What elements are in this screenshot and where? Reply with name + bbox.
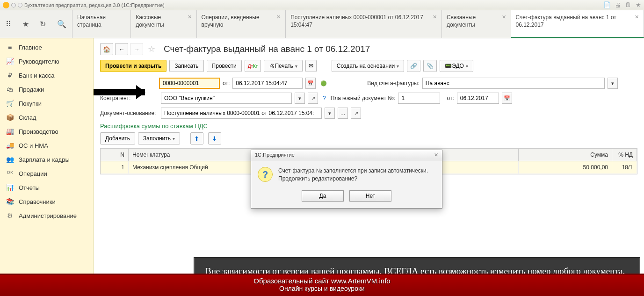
sidebar-icon: 🚚 bbox=[6, 142, 14, 149]
help-icon[interactable]: ? bbox=[323, 95, 326, 101]
post-button[interactable]: Провести bbox=[207, 60, 242, 72]
back-button[interactable]: ← bbox=[115, 43, 128, 55]
basis-dropdown[interactable]: ▾ bbox=[325, 108, 335, 119]
tab-close-icon[interactable]: ✕ bbox=[502, 14, 506, 20]
sidebar-icon: 📈 bbox=[6, 58, 14, 65]
minimize-button[interactable] bbox=[11, 3, 16, 7]
sidebar-item[interactable]: 🏭Производство bbox=[0, 124, 93, 138]
main-toolbar: Провести и закрыть Записать Провести ДтК… bbox=[100, 60, 637, 72]
sidebar-label: ОС и НМА bbox=[19, 142, 48, 149]
tb-icon-3[interactable]: 🗓 bbox=[625, 1, 631, 8]
dropdown-icon[interactable]: ▾ bbox=[608, 78, 618, 89]
basis-input[interactable] bbox=[161, 108, 322, 119]
payment-from-label: от: bbox=[447, 95, 454, 101]
payment-date-input[interactable] bbox=[457, 93, 499, 104]
search-icon[interactable]: 🔍 bbox=[57, 20, 66, 29]
invoice-type-select[interactable] bbox=[422, 78, 605, 89]
forward-button[interactable]: → bbox=[130, 43, 143, 55]
payment-calendar-icon[interactable]: 📅 bbox=[502, 93, 512, 104]
th-vat: % НД bbox=[612, 149, 637, 161]
sidebar-icon: 🛍 bbox=[6, 86, 14, 93]
dialog-close-icon[interactable]: ✕ bbox=[434, 152, 438, 158]
sidebar-icon: ᴰᴷ bbox=[6, 170, 14, 177]
sidebar-label: Руководителю bbox=[19, 58, 59, 65]
tab[interactable]: Кассовые документы✕ bbox=[131, 10, 196, 38]
counterparty-open[interactable]: ↗ bbox=[308, 93, 318, 104]
sidebar-item[interactable]: 🛒Покупки bbox=[0, 96, 93, 110]
th-sum: Сумма bbox=[519, 149, 612, 161]
post-close-button[interactable]: Провести и закрыть bbox=[100, 60, 166, 72]
sidebar: ≡Главное📈Руководителю₽Банк и касса🛍Прода… bbox=[0, 38, 94, 296]
counterparty-dropdown[interactable]: ▾ bbox=[295, 93, 305, 104]
sidebar-item[interactable]: ⚙Администрирование bbox=[0, 209, 93, 223]
favorite-icon[interactable]: ★ bbox=[636, 1, 641, 8]
mail-button[interactable]: ✉ bbox=[305, 60, 317, 72]
sidebar-label: Отчеты bbox=[19, 184, 40, 191]
save-button[interactable]: Записать bbox=[169, 60, 203, 72]
tab[interactable]: Начальная страница bbox=[72, 10, 131, 38]
attach-button[interactable]: 📎 bbox=[423, 60, 437, 72]
tab[interactable]: Связанные документы✕ bbox=[442, 10, 511, 38]
payment-doc-label: Платежный документ №: bbox=[331, 95, 396, 101]
sidebar-item[interactable]: 🚚ОС и НМА bbox=[0, 138, 93, 152]
app-title: Бухгалтерия предприятия, редакция 3.0 (1… bbox=[24, 2, 165, 8]
movements-button[interactable]: ДтКт bbox=[245, 60, 261, 72]
home-button[interactable]: 🏠 bbox=[100, 43, 113, 55]
sidebar-item[interactable]: ≡Главное bbox=[0, 40, 93, 54]
tab-close-icon[interactable]: ✕ bbox=[433, 14, 437, 20]
sidebar-item[interactable]: 📦Склад bbox=[0, 110, 93, 124]
basis-open[interactable]: ↗ bbox=[351, 108, 361, 119]
tb-icon-1[interactable]: 📄 bbox=[603, 1, 611, 8]
number-input[interactable] bbox=[159, 78, 220, 89]
sidebar-item[interactable]: 🛍Продажи bbox=[0, 82, 93, 96]
payment-doc-input[interactable] bbox=[398, 93, 440, 104]
sidebar-label: Склад bbox=[19, 114, 36, 121]
tb-icon-2[interactable]: 🖨 bbox=[615, 1, 621, 8]
tab-close-icon[interactable]: ✕ bbox=[276, 14, 281, 20]
edo-button[interactable]: 📟 ЭДО▾ bbox=[440, 60, 473, 72]
create-based-button[interactable]: Создать на основании▾ bbox=[332, 60, 405, 72]
tab-close-icon[interactable]: ✕ bbox=[188, 14, 192, 20]
footer-line1: Образовательный сайт www.ArtemVM.info bbox=[0, 277, 644, 285]
tabbar: ⠿ ★ ↻ 🔍 Начальная страницаКассовые докум… bbox=[0, 10, 644, 38]
star-icon[interactable]: ★ bbox=[22, 20, 29, 29]
sidebar-item[interactable]: ₽Банк и касса bbox=[0, 68, 93, 82]
add-button[interactable]: Добавить bbox=[100, 132, 135, 144]
move-up-button[interactable]: ⬆ bbox=[190, 132, 203, 144]
app-icon bbox=[3, 2, 9, 8]
sidebar-icon: 🛒 bbox=[6, 100, 14, 107]
sidebar-item[interactable]: ᴰᴷОперации bbox=[0, 166, 93, 180]
sidebar-item[interactable]: 👥Зарплата и кадры bbox=[0, 152, 93, 166]
counterparty-input[interactable] bbox=[161, 93, 292, 104]
tab-close-icon[interactable]: ✕ bbox=[635, 14, 639, 20]
fill-button[interactable]: Заполнить▾ bbox=[138, 132, 180, 144]
tab[interactable]: Поступление наличных 0000-000001 от 06.1… bbox=[286, 10, 442, 38]
sidebar-item[interactable]: 📊Отчеты bbox=[0, 180, 93, 195]
calendar-icon[interactable]: 📅 bbox=[305, 78, 316, 89]
titlebar: Бухгалтерия предприятия, редакция 3.0 (1… bbox=[0, 0, 644, 10]
yes-button[interactable]: Да bbox=[302, 190, 344, 202]
row-basis: Документ-основание: ▾ … ↗ bbox=[100, 108, 637, 119]
th-number: N bbox=[101, 149, 129, 161]
move-down-button[interactable]: ⬇ bbox=[208, 132, 221, 144]
tab[interactable]: Счет-фактура выданный на аванс 1 от 06.1… bbox=[511, 10, 644, 38]
basis-more[interactable]: … bbox=[338, 108, 348, 119]
date-input[interactable] bbox=[232, 78, 303, 89]
apps-icon[interactable]: ⠿ bbox=[6, 20, 11, 29]
dialog-title: 1С:Предприятие bbox=[255, 152, 295, 158]
tab[interactable]: Операции, введенные вручную✕ bbox=[197, 10, 286, 38]
basis-label: Документ-основание: bbox=[100, 110, 158, 116]
sidebar-item[interactable]: 📚Справочники bbox=[0, 195, 93, 209]
sidebar-label: Справочники bbox=[19, 198, 56, 205]
relations-button[interactable]: 🔗 bbox=[407, 60, 420, 72]
print-button[interactable]: 🖨 Печать▾ bbox=[264, 60, 302, 72]
vat-breakdown-link[interactable]: Расшифровка суммы по ставкам НДС bbox=[100, 123, 637, 130]
sidebar-icon: ≡ bbox=[6, 43, 14, 51]
favorite-button[interactable]: ☆ bbox=[145, 43, 158, 55]
row-number: от: 📅 🟢 Вид счета-фактуры: ▾ bbox=[100, 78, 637, 89]
no-button[interactable]: Нет bbox=[349, 190, 391, 202]
history-icon[interactable]: ↻ bbox=[40, 20, 46, 29]
sidebar-item[interactable]: 📈Руководителю bbox=[0, 54, 93, 68]
maximize-button[interactable] bbox=[18, 3, 22, 7]
sidebar-label: Производство bbox=[19, 128, 58, 135]
